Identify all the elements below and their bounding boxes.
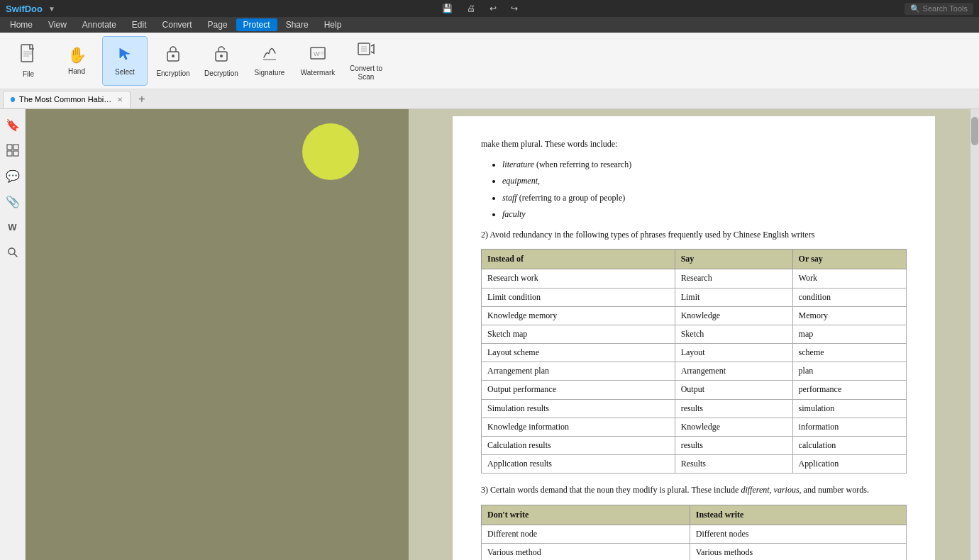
document-content: make them plural. These words include: l… bbox=[453, 116, 935, 560]
table-row: Layout schemeLayoutscheme bbox=[482, 344, 907, 362]
col-instead-of: Instead of bbox=[482, 250, 675, 269]
menu-protect[interactable]: Protect bbox=[236, 18, 277, 31]
decryption-tool[interactable]: Decryption bbox=[199, 36, 244, 86]
menu-edit[interactable]: Edit bbox=[125, 18, 154, 31]
table-row: Sketch mapSketchmap bbox=[482, 325, 907, 343]
plural-table: Don't write Instead write Different node… bbox=[481, 505, 907, 560]
svg-text:mk: mk bbox=[318, 50, 325, 55]
left-sidebar: 🔖 💬 📎 W bbox=[0, 109, 26, 560]
menu-share[interactable]: Share bbox=[279, 18, 316, 31]
encryption-icon bbox=[165, 44, 181, 67]
svg-rect-16 bbox=[7, 145, 12, 150]
encryption-tool[interactable]: Encryption bbox=[150, 36, 196, 86]
table-row: Various methodVarious methods bbox=[482, 543, 907, 560]
search-icon: 🔍 bbox=[910, 4, 920, 13]
file-tool[interactable]: File bbox=[6, 36, 51, 86]
redundancy-table: Instead of Say Or say Research workResea… bbox=[481, 249, 907, 474]
menu-annotate[interactable]: Annotate bbox=[75, 18, 123, 31]
decryption-label: Decryption bbox=[204, 69, 238, 78]
svg-point-7 bbox=[220, 55, 223, 57]
hand-label: Hand bbox=[68, 67, 85, 76]
col-instead-write: Instead write bbox=[690, 505, 906, 525]
table-row: Knowledge memoryKnowledgeMemory bbox=[482, 306, 907, 325]
bullet-3: staff (referring to a group of people) bbox=[502, 191, 907, 205]
select-label: Select bbox=[115, 68, 135, 77]
new-tab-btn[interactable]: + bbox=[133, 91, 150, 108]
menu-view[interactable]: View bbox=[41, 18, 74, 31]
yellow-circle-annotation bbox=[302, 123, 359, 180]
col-say: Say bbox=[675, 250, 792, 269]
table-row: Research workResearchWork bbox=[482, 269, 907, 288]
menu-convert[interactable]: Convert bbox=[155, 18, 199, 31]
select-tool[interactable]: Select bbox=[102, 36, 148, 86]
svg-rect-19 bbox=[13, 151, 18, 156]
intro-text: make them plural. These words include: bbox=[481, 138, 907, 151]
search-tools-label[interactable]: Search Tools bbox=[923, 4, 968, 13]
document-tab[interactable]: The Most Common Habits fro... ✕ bbox=[3, 91, 131, 108]
svg-line-21 bbox=[14, 254, 17, 257]
table-row: Limit conditionLimitcondition bbox=[482, 288, 907, 306]
menu-page[interactable]: Page bbox=[201, 18, 235, 31]
bullet-4: faculty bbox=[502, 208, 907, 221]
col-dont-write: Don't write bbox=[482, 505, 690, 525]
table-row: Arrangement planArrangementplan bbox=[482, 362, 907, 381]
file-icon bbox=[20, 43, 37, 67]
main-area: 🔖 💬 📎 W make them plural. These words in… bbox=[0, 109, 979, 560]
menu-help[interactable]: Help bbox=[317, 18, 349, 31]
save-btn[interactable]: 💾 bbox=[442, 4, 453, 13]
sidebar-bookmark-icon[interactable]: 🔖 bbox=[3, 115, 23, 135]
convert-to-scan-tool[interactable]: Convert to Scan bbox=[343, 36, 389, 86]
signature-icon bbox=[261, 45, 278, 66]
undo-btn[interactable]: ↩ bbox=[490, 4, 497, 13]
svg-rect-0 bbox=[21, 45, 33, 62]
table-row: Application resultsResultsApplication bbox=[482, 455, 907, 474]
tab-bar: The Most Common Habits fro... ✕ + bbox=[0, 89, 979, 109]
hand-tool[interactable]: ✋ Hand bbox=[54, 36, 99, 86]
select-icon bbox=[117, 45, 133, 65]
section2-heading: 2) Avoid redundancy in the following typ… bbox=[481, 228, 907, 242]
table-row: Different nodeDifferent nodes bbox=[482, 525, 907, 543]
scrollbar-thumb[interactable] bbox=[971, 117, 978, 145]
watermark-label: Watermark bbox=[301, 69, 336, 77]
decryption-icon bbox=[214, 44, 229, 67]
sidebar-search-icon[interactable] bbox=[3, 242, 23, 262]
app-logo: SwifDoo bbox=[6, 4, 43, 14]
col-or-say: Or say bbox=[792, 250, 906, 269]
tab-label: The Most Common Habits fro... bbox=[19, 95, 113, 103]
title-bar: SwifDoo ▼ 💾 🖨 ↩ ↪ 🔍 Search Tools bbox=[0, 0, 979, 17]
toolbar: File ✋ Hand Select Encryption Decryption… bbox=[0, 33, 979, 89]
table-row: Output performanceOutputperformance bbox=[482, 381, 907, 399]
document-area[interactable]: make them plural. These words include: l… bbox=[409, 109, 979, 560]
table-row: Simulation resultsresultssimulation bbox=[482, 399, 907, 418]
bullet-list: literature (when referring to research) … bbox=[502, 158, 907, 221]
sidebar-comments-icon[interactable]: 💬 bbox=[3, 166, 23, 186]
table-row: Calculation resultsresultscalculation bbox=[482, 437, 907, 455]
watermark-tool[interactable]: Wmk Watermark bbox=[295, 36, 341, 86]
table-row: Knowledge informationKnowledgeinformatio… bbox=[482, 418, 907, 436]
tab-modified-indicator bbox=[11, 97, 15, 102]
dropdown-icon[interactable]: ▼ bbox=[48, 5, 55, 13]
svg-rect-18 bbox=[7, 151, 12, 156]
section3-text: 3) Certain words demand that the noun th… bbox=[481, 483, 907, 497]
hand-icon: ✋ bbox=[67, 46, 87, 65]
tab-close-btn[interactable]: ✕ bbox=[117, 96, 123, 103]
bullet-1: literature (when referring to research) bbox=[502, 158, 907, 172]
convert-to-scan-label: Convert to Scan bbox=[346, 65, 386, 82]
sidebar-attachments-icon[interactable]: 📎 bbox=[3, 191, 23, 211]
svg-point-5 bbox=[172, 55, 175, 57]
print-btn[interactable]: 🖨 bbox=[467, 4, 475, 13]
file-label: File bbox=[23, 70, 34, 79]
sidebar-pages-icon[interactable] bbox=[3, 140, 23, 160]
encryption-label: Encryption bbox=[156, 69, 189, 78]
watermark-icon: Wmk bbox=[309, 45, 326, 66]
scrollbar[interactable] bbox=[970, 109, 979, 560]
redo-btn[interactable]: ↪ bbox=[511, 4, 518, 13]
convert-to-scan-icon bbox=[357, 40, 375, 62]
page-panel bbox=[26, 109, 409, 560]
sidebar-word-icon[interactable]: W bbox=[3, 217, 23, 237]
signature-tool[interactable]: Signature bbox=[247, 36, 292, 86]
menu-home[interactable]: Home bbox=[3, 18, 40, 31]
signature-label: Signature bbox=[255, 69, 285, 77]
menu-bar: Home View Annotate Edit Convert Page Pro… bbox=[0, 17, 979, 33]
bullet-2: equipment, bbox=[502, 174, 907, 188]
